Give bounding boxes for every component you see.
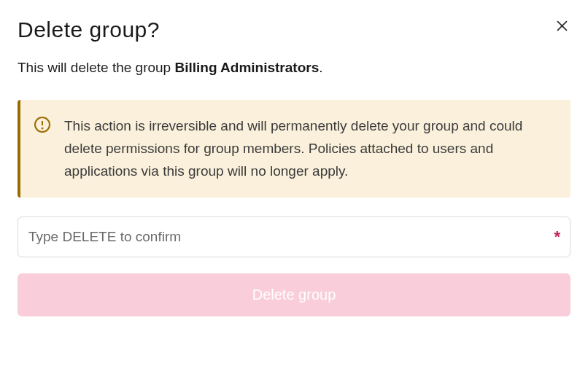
close-icon [557, 20, 568, 31]
modal-header: Delete group? [18, 17, 570, 42]
confirm-input-wrapper: * [18, 217, 570, 257]
close-button[interactable] [554, 17, 570, 34]
warning-icon [34, 116, 51, 133]
warning-text: This action is irreversible and will per… [64, 114, 553, 183]
warning-banner: This action is irreversible and will per… [18, 100, 570, 198]
svg-point-4 [42, 128, 43, 128]
subtitle-group-name: Billing Administrators [174, 60, 319, 75]
delete-group-button[interactable]: Delete group [18, 273, 570, 316]
modal-title: Delete group? [18, 17, 160, 42]
confirm-input[interactable] [18, 217, 570, 257]
modal-subtitle: This will delete the group Billing Admin… [18, 58, 570, 78]
subtitle-prefix: This will delete the group [18, 60, 174, 75]
subtitle-suffix: . [319, 60, 322, 75]
